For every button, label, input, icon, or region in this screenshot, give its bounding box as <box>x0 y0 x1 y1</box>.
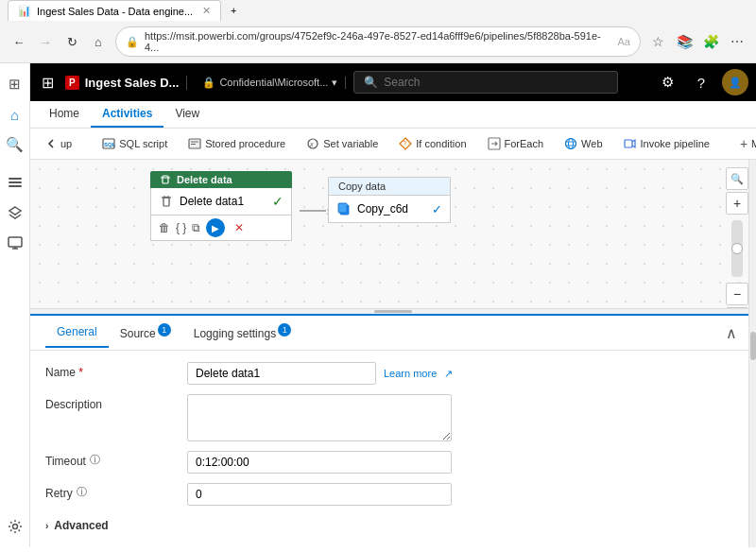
sql-script-btn[interactable]: SQL SQL script <box>94 133 175 154</box>
sidebar-monitor[interactable] <box>2 230 28 256</box>
app-brand: P Ingest Sales D... <box>65 76 187 90</box>
refresh-btn[interactable]: ↻ <box>60 30 83 53</box>
star-btn[interactable]: ☆ <box>646 30 669 53</box>
sidebar-search[interactable]: 🔍 <box>2 131 28 158</box>
sql-script-label: SQL script <box>119 138 167 149</box>
active-tab[interactable]: 📊 Ingest Sales Data - Data engine... ✕ <box>8 0 221 21</box>
help-icon-btn[interactable]: ? <box>688 69 714 95</box>
tab-close-icon[interactable]: ✕ <box>202 5 211 17</box>
browser-tabs: 📊 Ingest Sales Data - Data engine... ✕ + <box>0 0 756 21</box>
timeout-input[interactable] <box>187 451 452 474</box>
tab-general-label: General <box>57 325 97 338</box>
svg-point-18 <box>569 139 574 149</box>
settings-icon-btn[interactable]: ⚙ <box>654 69 680 95</box>
forward-btn[interactable]: → <box>34 30 57 53</box>
timeout-info-icon: ⓘ <box>90 453 100 467</box>
timeout-label: Timeout <box>45 451 86 468</box>
address-bar[interactable]: 🔒 https://msit.powerbi.com/groups/4752ef… <box>115 26 641 57</box>
web-label: Web <box>581 138 602 149</box>
user-avatar[interactable]: 👤 <box>722 69 748 95</box>
new-tab-btn[interactable]: + <box>221 1 246 20</box>
fit-to-screen-btn[interactable] <box>726 307 748 308</box>
if-condition-label: If condition <box>416 138 466 149</box>
tab-general[interactable]: General <box>45 318 109 348</box>
tab-logging[interactable]: Logging settings1 <box>182 316 302 350</box>
app-title: Ingest Sales D... <box>85 76 180 90</box>
delete-header-label: Delete data <box>177 174 232 185</box>
set-variable-label: Set variable <box>323 138 378 149</box>
copy-action-icon[interactable]: ⧉ <box>192 221 200 234</box>
copy-icon <box>336 201 352 216</box>
learn-more-link[interactable]: Learn more <box>384 368 437 379</box>
delete-node-body[interactable]: Delete data1 ✓ <box>150 188 292 216</box>
tab-logging-label: Logging settings <box>194 327 276 340</box>
copy-node-body[interactable]: Copy_c6d ✓ <box>328 195 451 223</box>
copy-header-label: Copy data <box>338 181 386 192</box>
web-btn[interactable]: Web <box>557 133 610 154</box>
set-variable-btn[interactable]: x Set variable <box>299 133 386 154</box>
sidebar-home[interactable]: ⌂ <box>2 101 28 128</box>
more-activities-plus: + <box>740 136 747 151</box>
svg-text:?: ? <box>404 140 407 147</box>
timeout-label-group: Timeout ⓘ <box>45 451 178 468</box>
svg-rect-24 <box>163 198 169 206</box>
if-condition-btn[interactable]: ? If condition <box>391 133 473 154</box>
sidebar-settings[interactable] <box>2 513 28 540</box>
sidebar-waffle[interactable]: ⊞ <box>2 71 28 97</box>
svg-text:x: x <box>309 141 314 147</box>
zoom-out-btn[interactable]: − <box>726 283 748 305</box>
foreach-btn[interactable]: ForEach <box>480 133 552 154</box>
code-action-icon[interactable]: { } <box>176 221 186 234</box>
app-waffle-icon[interactable]: ⊞ <box>38 70 58 95</box>
svg-rect-0 <box>9 178 22 180</box>
more-activities-btn[interactable]: + More activities ▾ <box>732 132 756 155</box>
name-input-group: Learn more ↗ <box>187 362 741 385</box>
bottom-panel: General Source1 Logging settings1 ∧ Name <box>30 314 756 547</box>
tab-home[interactable]: Home <box>38 101 91 128</box>
navigation-bar: ← → ↻ ⌂ 🔒 https://msit.powerbi.com/group… <box>0 21 756 62</box>
zoom-slider[interactable] <box>731 220 743 277</box>
form-body: Name Learn more ↗ Description Timeout ⓘ <box>30 351 756 547</box>
panel-close-btn[interactable]: ∧ <box>722 320 741 346</box>
app-search-input[interactable] <box>384 76 608 89</box>
browser-more-btn[interactable]: ⋯ <box>726 30 748 53</box>
sidebar-layers[interactable] <box>2 199 28 226</box>
right-scrollbar[interactable] <box>748 160 756 547</box>
tab-activities[interactable]: Activities <box>91 101 163 128</box>
advanced-label: Advanced <box>54 519 108 532</box>
sidebar-data[interactable] <box>2 169 28 196</box>
back-up-btn[interactable]: up <box>38 134 79 153</box>
stored-procedure-btn[interactable]: Stored procedure <box>180 133 293 154</box>
zoom-in-btn[interactable]: + <box>726 192 748 215</box>
extensions-btn[interactable]: 🧩 <box>699 30 722 53</box>
advanced-section[interactable]: › Advanced <box>45 515 741 536</box>
delete-node-error: ✕ <box>234 221 244 234</box>
delete-header-icon <box>160 174 171 185</box>
app-search[interactable]: 🔍 <box>353 71 618 94</box>
home-btn[interactable]: ⌂ <box>87 30 110 53</box>
tab-view[interactable]: View <box>163 101 211 128</box>
svg-point-17 <box>566 139 576 149</box>
retry-label: Retry <box>45 483 73 500</box>
name-input[interactable] <box>187 362 376 385</box>
zoom-search-btn[interactable]: 🔍 <box>726 167 748 190</box>
back-btn[interactable]: ← <box>8 30 30 53</box>
scrollbar-thumb[interactable] <box>750 332 756 360</box>
foreach-label: ForEach <box>505 138 544 149</box>
zoom-thumb[interactable] <box>731 243 743 254</box>
invoke-pipeline-btn[interactable]: Invoke pipeline <box>616 133 717 154</box>
advanced-chevron-icon: › <box>45 521 48 531</box>
canvas-bg[interactable]: Delete data Delete data1 ✓ 🗑 { } ⧉ <box>30 160 756 308</box>
header-icons: ⚙ ? 👤 <box>654 69 748 95</box>
collections-btn[interactable]: 📚 <box>673 30 696 53</box>
retry-input[interactable] <box>187 483 452 506</box>
panel-tabs: General Source1 Logging settings1 ∧ <box>30 316 756 351</box>
description-input[interactable] <box>187 394 452 441</box>
tab-title: Ingest Sales Data - Data engine... <box>37 6 193 17</box>
app-search-icon: 🔍 <box>364 76 378 89</box>
copy-node-header: Copy data <box>328 177 451 195</box>
copy-node-status: ✓ <box>432 202 442 216</box>
run-action-icon[interactable]: ▶ <box>206 218 225 237</box>
delete-action-icon[interactable]: 🗑 <box>159 221 170 234</box>
tab-source[interactable]: Source1 <box>109 316 182 350</box>
